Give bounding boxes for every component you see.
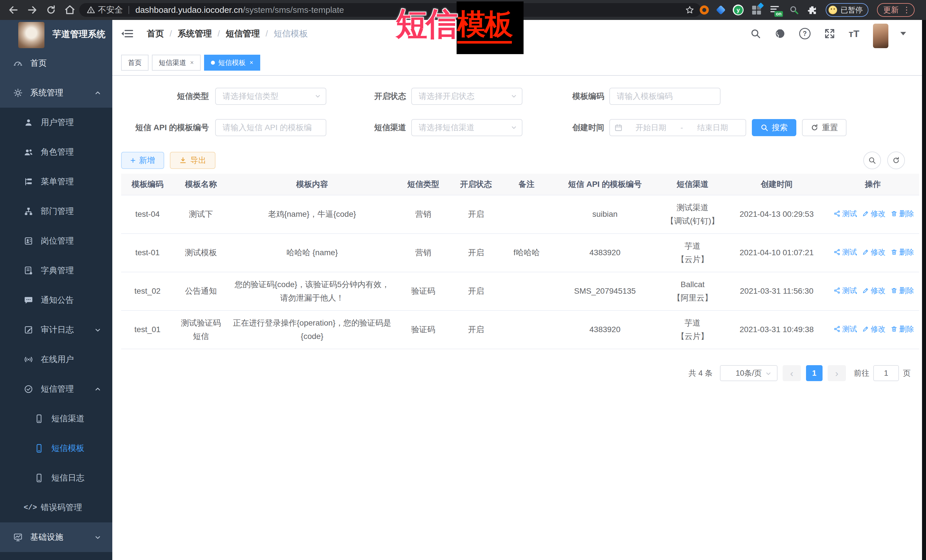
user-avatar[interactable] [873,24,888,48]
toggle-search-button[interactable] [863,151,881,169]
prev-page-button[interactable]: ‹ [783,365,801,381]
table-row: test-04 测试下 老鸡{name}，牛逼{code} 营销 开启 suib… [121,195,919,234]
api-template-id-input[interactable] [215,119,326,136]
avatar-caret-down-icon[interactable] [900,32,906,35]
delete-link[interactable]: 删除 [891,246,914,258]
delete-link[interactable]: 删除 [891,208,914,220]
sidebar-item-error-code-mgmt[interactable]: </> 错误码管理 [0,493,112,522]
status-select[interactable] [411,88,522,105]
url-separator [129,6,129,14]
test-link[interactable]: 测试 [834,208,857,220]
sidebar-item-audit-log[interactable]: 审计日志 [0,315,112,345]
sidebar-item-sms-log[interactable]: 短信日志 [0,463,112,493]
cell-type: 验证码 [396,272,450,311]
sms-channel-select[interactable] [411,119,522,136]
sidebar-collapse-icon[interactable] [121,29,133,39]
page-number-1[interactable]: 1 [806,365,823,381]
goto-page-input[interactable] [873,365,899,381]
magnifier-extension-icon[interactable] [789,5,799,15]
browser-update-button[interactable]: 更新 ⋮ [877,3,915,17]
sidebar-item-role-mgmt[interactable]: 角色管理 [0,137,112,167]
add-button[interactable]: + 新增 [121,152,164,169]
template-code-input[interactable] [609,88,720,105]
back-icon[interactable] [8,5,19,15]
blue-kite-extension-icon[interactable] [716,5,726,15]
github-icon[interactable] [775,28,785,39]
profile-paused-badge[interactable]: 已暂停 [826,3,869,17]
sidebar-item-dept-mgmt[interactable]: 部门管理 [0,196,112,226]
green-y-extension-icon[interactable]: y [733,5,744,15]
users-icon [24,147,33,157]
table-row: test-01 测试模板 哈哈哈 {name} 营销 开启 f哈哈哈 43839… [121,234,919,272]
grid-extension-icon[interactable] [752,5,762,15]
breadcrumb-separator: / [218,29,220,38]
cell-remark [502,195,551,234]
next-page-button[interactable]: › [828,365,846,381]
home-icon[interactable] [64,5,75,15]
forward-icon[interactable] [27,5,38,15]
close-icon[interactable]: × [190,60,194,66]
cell-actions: 测试修改删除 [826,311,919,349]
sidebar-item-user-mgmt[interactable]: 用户管理 [0,108,112,137]
address-bar[interactable]: 不安全 dashboard.yudao.iocoder.cn/system/sm… [79,3,701,17]
search-icon[interactable] [750,28,761,39]
cell-content: 哈哈哈 {name} [228,234,396,272]
refresh-table-button[interactable] [887,151,905,169]
sidebar-item-system-mgmt[interactable]: 系统管理 [0,78,112,108]
extensions-puzzle-icon[interactable] [808,5,817,15]
reload-icon[interactable] [45,5,56,15]
help-icon[interactable]: ? [799,28,811,39]
cell-code: test-01 [121,234,174,272]
export-button[interactable]: 导出 [170,152,215,169]
sidebar-item-post-mgmt[interactable]: 岗位管理 [0,226,112,256]
sms-type-select[interactable] [215,88,326,105]
edit-link[interactable]: 修改 [862,208,885,220]
breadcrumb-home[interactable]: 首页 [147,28,164,39]
reset-button[interactable]: 重置 [802,119,846,136]
page-size-select[interactable]: 10条/页 [720,365,778,381]
delete-link[interactable]: 删除 [891,285,914,297]
security-label[interactable]: 不安全 [98,4,123,16]
sidebar-item-dict-mgmt[interactable]: 字典管理 [0,256,112,285]
test-link[interactable]: 测试 [834,285,857,297]
sidebar-item-sms-template[interactable]: 短信模板 [0,433,112,463]
sidebar-item-notice[interactable]: 通知公告 [0,285,112,315]
table-row: test_02 公告通知 您的验证码{code}，该验证码5分钟内有效，请勿泄漏… [121,272,919,311]
col-sms-channel: 短信渠道 [658,174,727,195]
tab-sms-template[interactable]: 短信模板 × [204,55,260,71]
edit-link[interactable]: 修改 [862,323,885,335]
mobile-phone-icon [34,444,44,453]
edit-link[interactable]: 修改 [862,285,885,297]
breadcrumb-sms[interactable]: 短信管理 [226,28,260,39]
edit-link[interactable]: 修改 [862,246,885,258]
test-link[interactable]: 测试 [834,246,857,258]
tab-home[interactable]: 首页 [121,55,148,71]
end-date-placeholder[interactable]: 结束日期 [684,122,741,133]
fullscreen-icon[interactable] [824,28,835,39]
list-on-extension-icon[interactable]: on [770,5,781,15]
close-icon[interactable]: × [250,60,253,66]
page-content: 短信类型 开启状态 模板编码 短信 API 的模板编号 短信渠道 [112,76,922,381]
cell-status: 开启 [450,195,502,234]
col-remark: 备注 [502,174,551,195]
sidebar-item-sms-mgmt[interactable]: 短信管理 [0,374,112,404]
bookmark-star-icon[interactable] [685,5,694,15]
breadcrumb-system[interactable]: 系统管理 [177,28,212,39]
test-link[interactable]: 测试 [834,323,857,335]
tab-sms-channel[interactable]: 短信渠道 × [152,55,201,71]
sidebar-item-infrastructure[interactable]: 基础设施 [0,522,112,552]
browser-menu-kebab-icon[interactable]: ⋮ [903,6,911,14]
search-button[interactable]: 搜索 [752,119,796,136]
sidebar-item-sms-channel[interactable]: 短信渠道 [0,404,112,433]
start-date-placeholder[interactable]: 开始日期 [622,122,679,133]
delete-link[interactable]: 删除 [891,323,914,335]
font-size-icon[interactable]: тT [849,28,859,39]
sidebar-item-online-users[interactable]: 在线用户 [0,345,112,374]
sidebar-logo-row[interactable]: 芋道管理系统 [0,20,112,48]
create-time-range-picker[interactable]: 开始日期 - 结束日期 [609,119,746,136]
sidebar-item-home[interactable]: 首页 [0,48,112,78]
cell-actions: 测试修改删除 [826,234,919,272]
header-actions: ? тT [750,19,906,48]
sidebar-item-menu-mgmt[interactable]: 菜单管理 [0,167,112,196]
orange-ring-extension-icon[interactable] [700,5,709,15]
